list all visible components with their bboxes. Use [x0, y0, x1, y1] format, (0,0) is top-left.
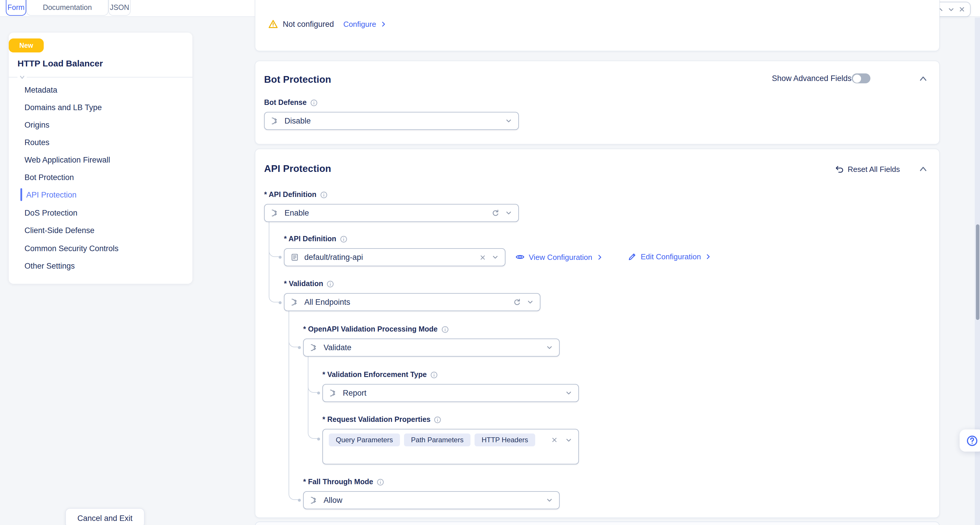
chevron-down-icon	[546, 344, 553, 351]
search-next-button[interactable]	[947, 6, 955, 13]
show-advanced-fields-label: Show Advanced Fields	[772, 74, 851, 83]
oneof-branch-icon	[329, 389, 337, 397]
sidebar-item-origins[interactable]: Origins	[24, 118, 49, 131]
tab-documentation-label: Documentation	[43, 3, 92, 12]
eye-icon	[515, 252, 525, 262]
info-icon[interactable]	[377, 478, 384, 486]
info-icon[interactable]	[320, 191, 328, 198]
chevron-down-icon	[505, 209, 512, 217]
clear-icon[interactable]	[479, 254, 486, 261]
pencil-icon	[628, 252, 636, 261]
chevron-down-icon	[492, 254, 499, 261]
info-icon[interactable]	[434, 416, 442, 423]
api-section-collapse-chevron-icon[interactable]	[919, 165, 928, 173]
oneof-branch-icon	[270, 117, 279, 125]
sidebar-item-bot-protection[interactable]: Bot Protection	[24, 171, 74, 184]
openapi-processing-mode-label: * OpenAPI Validation Processing Mode	[303, 325, 449, 333]
request-validation-tag: Query Parameters	[329, 433, 400, 446]
chevron-down-icon	[565, 436, 573, 444]
oneof-branch-icon	[290, 298, 299, 306]
openapi-processing-mode-value: Validate	[323, 343, 541, 352]
tab-json[interactable]: JSON	[108, 0, 130, 16]
request-validation-properties-label: * Request Validation Properties	[322, 416, 442, 423]
undo-icon	[835, 165, 843, 174]
chevron-right-icon	[705, 254, 711, 260]
sidebar-item-api-protection[interactable]: API Protection	[26, 188, 77, 201]
sidebar-active-indicator	[21, 188, 22, 201]
sidebar-item-dos-protection[interactable]: DoS Protection	[24, 206, 78, 219]
api-definition-label: * API Definition	[264, 190, 328, 199]
api-definition-value: Enable	[285, 209, 486, 217]
refresh-icon[interactable]	[492, 209, 500, 217]
sidebar-item-other-settings[interactable]: Other Settings	[24, 259, 75, 272]
validation-select[interactable]: All Endpoints	[284, 293, 541, 311]
request-validation-tag: HTTP Headers	[474, 433, 535, 446]
validation-enforcement-type-label: * Validation Enforcement Type	[322, 371, 438, 379]
bot-defense-select[interactable]: Disable	[264, 112, 519, 130]
tab-json-label: JSON	[110, 3, 129, 12]
tab-documentation[interactable]: Documentation	[26, 0, 108, 16]
show-advanced-fields-toggle[interactable]	[852, 73, 870, 83]
info-icon[interactable]	[310, 99, 318, 106]
tree-connector	[308, 357, 319, 439]
bot-defense-label: Bot Defense	[264, 98, 318, 106]
oneof-branch-icon	[310, 343, 318, 352]
clear-icon[interactable]	[551, 436, 558, 443]
tab-form[interactable]: Form	[6, 0, 26, 16]
cancel-and-exit-button[interactable]: Cancel and Exit	[65, 508, 145, 525]
validation-enforcement-type-select[interactable]: Report	[322, 384, 579, 402]
sidebar-collapse-chevron-icon[interactable]	[18, 75, 27, 81]
show-advanced-fields: Show Advanced Fields	[772, 73, 851, 83]
request-validation-tag: Path Parameters	[404, 433, 471, 446]
info-icon[interactable]	[327, 280, 334, 287]
sidebar-item-domains-lb-type[interactable]: Domains and LB Type	[24, 101, 102, 114]
cancel-and-exit-label: Cancel and Exit	[77, 514, 132, 522]
chevron-right-icon	[380, 21, 387, 27]
info-icon[interactable]	[340, 235, 347, 243]
question-mark-icon	[966, 435, 978, 447]
scrollbar-thumb[interactable]	[976, 224, 979, 320]
fall-through-mode-value: Allow	[323, 496, 541, 504]
warning-triangle-icon	[268, 19, 278, 29]
new-badge: New	[9, 38, 44, 52]
chevron-right-icon	[597, 254, 603, 260]
sidebar-item-routes[interactable]: Routes	[24, 136, 49, 149]
info-icon[interactable]	[441, 325, 449, 333]
help-button[interactable]	[959, 430, 980, 452]
openapi-processing-mode-select[interactable]: Validate	[303, 339, 560, 357]
fall-through-mode-label: * Fall Through Mode	[303, 478, 384, 486]
chevron-down-icon	[527, 298, 534, 306]
chevron-down-icon	[505, 117, 512, 125]
api-definition-ref-value: default/rating-api	[304, 253, 474, 262]
bot-defense-value: Disable	[285, 117, 500, 125]
chevron-down-icon	[546, 496, 553, 504]
new-badge-label: New	[19, 42, 33, 49]
api-definition-ref-label: * API Definition	[284, 235, 347, 243]
info-icon[interactable]	[430, 371, 438, 379]
validation-label: * Validation	[284, 280, 334, 288]
sidebar-item-common-security-controls[interactable]: Common Security Controls	[24, 242, 119, 255]
configure-link[interactable]: Configure	[344, 19, 387, 28]
api-reset-all-label: Reset All Fields	[848, 165, 900, 174]
next-section-card	[255, 522, 940, 525]
bot-protection-title: Bot Protection	[264, 74, 331, 85]
document-icon	[290, 253, 299, 262]
sidebar-item-metadata[interactable]: Metadata	[24, 83, 57, 96]
api-definition-ref-combobox[interactable]: default/rating-api	[284, 248, 506, 266]
sidebar-item-client-side-defense[interactable]: Client-Side Defense	[24, 224, 94, 236]
search-close-button[interactable]	[958, 6, 966, 13]
edit-configuration-link[interactable]: Edit Configuration	[628, 252, 711, 261]
api-protection-title: API Protection	[264, 163, 331, 174]
oneof-branch-icon	[270, 209, 279, 217]
tree-connector	[289, 311, 300, 500]
fall-through-mode-select[interactable]: Allow	[303, 491, 560, 509]
api-reset-all-button[interactable]: Reset All Fields	[835, 164, 900, 174]
view-configuration-link[interactable]: View Configuration	[515, 252, 603, 262]
sidebar-item-waf[interactable]: Web Application Firewall	[24, 153, 110, 166]
bot-section-collapse-chevron-icon[interactable]	[919, 75, 928, 82]
refresh-icon[interactable]	[513, 298, 521, 306]
not-configured-row: Not configured Configure	[268, 17, 387, 30]
api-definition-select[interactable]: Enable	[264, 204, 519, 222]
request-validation-properties-multiselect[interactable]: Query Parameters Path Parameters HTTP He…	[322, 429, 579, 465]
http-lb-config-page: Form Documentation JSON Reset All Fields…	[0, 0, 980, 525]
